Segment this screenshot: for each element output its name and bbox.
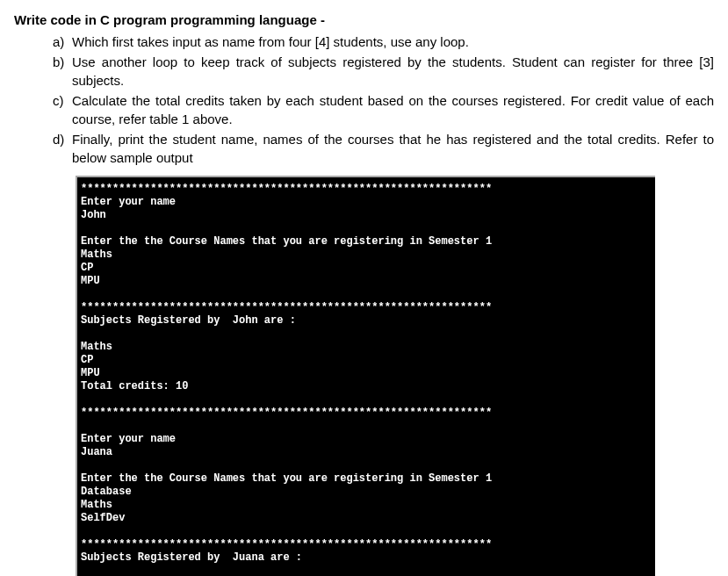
list-item-a: a) Which first takes input as name from … bbox=[53, 32, 714, 51]
term-line: Maths bbox=[81, 248, 112, 261]
term-line: John bbox=[81, 209, 106, 221]
term-line: ****************************************… bbox=[81, 183, 492, 195]
term-line: Enter the the Course Names that you are … bbox=[81, 235, 492, 248]
question-list: a) Which first takes input as name from … bbox=[14, 32, 714, 167]
term-line: Maths bbox=[81, 499, 112, 511]
list-item-c: c) Calculate the total credits taken by … bbox=[53, 91, 714, 128]
term-line: Enter the the Course Names that you are … bbox=[81, 472, 492, 485]
list-text: Use another loop to keep track of subjec… bbox=[72, 53, 714, 90]
list-marker: d) bbox=[53, 130, 72, 167]
term-line: Total credits: 10 bbox=[81, 380, 188, 392]
term-line: Juana bbox=[81, 446, 112, 458]
term-line: CP bbox=[81, 354, 93, 366]
term-line: Maths bbox=[81, 341, 112, 353]
term-line: Enter your name bbox=[81, 433, 176, 445]
list-item-d: d) Finally, print the student name, name… bbox=[53, 130, 714, 167]
term-line: MPU bbox=[81, 275, 100, 287]
list-text: Calculate the total credits taken by eac… bbox=[72, 91, 714, 128]
term-line: Enter your name bbox=[81, 196, 176, 208]
list-marker: b) bbox=[53, 53, 72, 90]
terminal-output: ****************************************… bbox=[76, 176, 655, 576]
term-line: ****************************************… bbox=[81, 407, 492, 419]
list-item-b: b) Use another loop to keep track of sub… bbox=[53, 53, 714, 90]
term-line: Database bbox=[81, 486, 132, 498]
term-line: ****************************************… bbox=[81, 538, 492, 551]
term-line: SelfDev bbox=[81, 512, 125, 524]
list-marker: a) bbox=[53, 32, 72, 51]
list-marker: c) bbox=[53, 91, 72, 128]
question-title: Write code in C program programming lang… bbox=[14, 11, 714, 29]
term-line: MPU bbox=[81, 367, 100, 379]
term-line: Subjects Registered by John are : bbox=[81, 314, 296, 327]
term-line: Subjects Registered by Juana are : bbox=[81, 551, 302, 564]
list-text: Finally, print the student name, names o… bbox=[72, 130, 714, 167]
term-line: CP bbox=[81, 262, 93, 274]
list-text: Which first takes input as name from fou… bbox=[72, 32, 714, 51]
term-line: ****************************************… bbox=[81, 301, 492, 313]
